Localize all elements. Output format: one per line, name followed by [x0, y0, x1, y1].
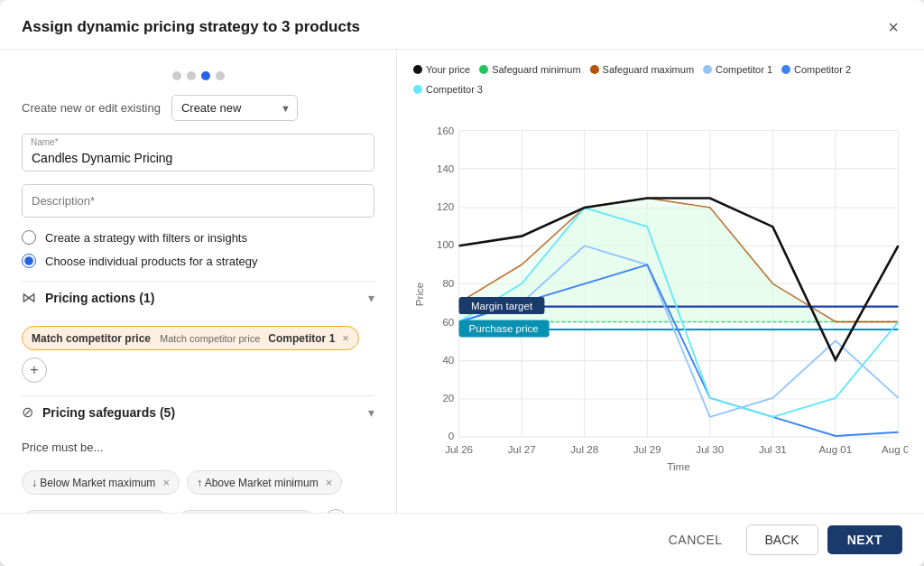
legend-competitor2: Competitor 2 — [781, 64, 851, 75]
radio-filters-label: Create a strategy with filters or insigh… — [45, 231, 247, 245]
svg-text:Aug 02: Aug 02 — [882, 444, 908, 455]
pricing-actions-icon: ⋈ — [22, 289, 36, 306]
svg-text:120: 120 — [437, 201, 454, 212]
svg-text:40: 40 — [442, 355, 454, 366]
pricing-actions-tags: Match competitor price Match competitor … — [22, 326, 374, 383]
create-edit-select-wrap: Create new ▼ — [171, 95, 298, 121]
match-tag-text-bold: Match competitor price — [32, 332, 151, 345]
radio-filters[interactable] — [22, 230, 36, 245]
svg-text:Jul 28: Jul 28 — [570, 444, 598, 455]
above-market-min-label: ↑ Above Market minimum — [197, 477, 319, 489]
dot-2 — [187, 71, 196, 80]
pricing-safeguards-title: Pricing safeguards (5) — [42, 405, 175, 420]
chart-container: 0 20 40 60 80 100 120 140 160 Jul 26 Jul… — [413, 102, 908, 506]
safeguards-icon: ⊘ — [22, 404, 33, 421]
create-edit-row: Create new or edit existing Create new ▼ — [22, 95, 374, 121]
match-tag-text-light: Match competitor price — [160, 333, 260, 344]
pricing-safeguards-chevron-icon: ▾ — [368, 405, 374, 420]
svg-text:Jul 29: Jul 29 — [633, 444, 661, 455]
above-market-min-tag: ↑ Above Market minimum × — [187, 470, 342, 495]
x-axis-labels: Jul 26 Jul 27 Jul 28 Jul 29 Jul 30 Jul 3… — [445, 444, 908, 455]
pricing-actions-header-left: ⋈ Pricing actions (1) — [22, 289, 154, 306]
radio-individual-label: Choose individual products for a strateg… — [45, 255, 258, 268]
match-competitor-tag: Match competitor price Match competitor … — [22, 326, 359, 350]
price-must-be-label: Price must be... — [22, 441, 374, 454]
safeguard-tags-row1: ↓ Below Market maximum × ↑ Above Market … — [22, 470, 374, 495]
svg-text:Aug 01: Aug 01 — [819, 444, 853, 455]
svg-text:60: 60 — [442, 317, 454, 328]
modal-footer: CANCEL BACK NEXT — [0, 513, 924, 566]
modal-title: Assign dynamic pricing strategy to 3 pro… — [22, 18, 360, 36]
competitor1-label: Competitor 1 — [716, 64, 772, 75]
legend-your-price: Your price — [413, 64, 470, 75]
svg-text:Jul 26: Jul 26 — [445, 444, 473, 455]
pricing-actions-chevron-icon: ▾ — [368, 291, 374, 305]
close-button[interactable]: × — [884, 16, 902, 38]
safeguard-min-label: Safeguard minimum — [492, 64, 580, 75]
competitor2-label: Competitor 2 — [794, 64, 851, 75]
x-axis-title: Time — [667, 461, 689, 472]
purchase-price-tooltip-label: Purchase price — [468, 323, 538, 334]
radio-individual[interactable] — [22, 254, 36, 268]
legend-competitor3: Competitor 3 — [413, 84, 483, 95]
modal: Assign dynamic pricing strategy to 3 pro… — [0, 0, 924, 566]
legend-safeguard-min: Safeguard minimum — [479, 64, 580, 75]
competitor3-dot — [413, 85, 422, 94]
chart-legend: Your price Safeguard minimum Safeguard m… — [413, 64, 908, 95]
pricing-actions-title: Pricing actions (1) — [45, 291, 154, 305]
svg-text:160: 160 — [437, 125, 454, 136]
competitor3-label: Competitor 3 — [426, 84, 483, 95]
svg-text:Jul 27: Jul 27 — [508, 444, 536, 455]
pricing-actions-section[interactable]: ⋈ Pricing actions (1) ▾ — [22, 281, 374, 313]
svg-text:20: 20 — [442, 393, 454, 404]
left-panel: Create new or edit existing Create new ▼… — [0, 50, 397, 513]
cancel-button[interactable]: CANCEL — [654, 525, 737, 554]
svg-text:Jul 31: Jul 31 — [759, 444, 787, 455]
create-edit-select[interactable]: Create new — [171, 95, 298, 121]
radio-item-filters[interactable]: Create a strategy with filters or insigh… — [22, 230, 374, 245]
create-edit-label: Create new or edit existing — [22, 101, 161, 115]
match-tag-competitor: Competitor 1 — [268, 332, 335, 345]
modal-header: Assign dynamic pricing strategy to 3 pro… — [0, 0, 924, 50]
svg-text:0: 0 — [448, 431, 454, 441]
remove-below-market-max-button[interactable]: × — [162, 476, 170, 489]
below-market-max-label: ↓ Below Market maximum — [32, 477, 155, 489]
svg-text:100: 100 — [437, 239, 454, 250]
remove-above-market-min-button[interactable]: × — [326, 476, 333, 489]
modal-body: Create new or edit existing Create new ▼… — [0, 50, 924, 513]
remove-match-tag-button[interactable]: × — [342, 331, 349, 345]
radio-item-individual[interactable]: Choose individual products for a strateg… — [22, 254, 374, 268]
add-pricing-action-button[interactable]: + — [22, 357, 47, 383]
description-input[interactable] — [22, 184, 374, 218]
dot-3 — [201, 71, 210, 80]
margin-target-tooltip-label: Margin target — [471, 301, 533, 311]
name-input[interactable] — [22, 134, 374, 172]
y-axis-title: Price — [414, 283, 425, 306]
competitor2-dot — [781, 65, 790, 74]
your-price-dot — [413, 65, 422, 74]
next-button[interactable]: NEXT — [827, 525, 902, 554]
competitor1-dot — [703, 65, 712, 74]
chart-svg: 0 20 40 60 80 100 120 140 160 Jul 26 Jul… — [413, 102, 908, 506]
below-market-max-tag: ↓ Below Market maximum × — [22, 470, 180, 495]
safeguard-min-dot — [479, 65, 488, 74]
svg-text:140: 140 — [437, 163, 454, 174]
legend-safeguard-max: Safeguard maximum — [590, 64, 695, 75]
safeguard-max-label: Safeguard maximum — [603, 64, 695, 75]
pricing-safeguards-section[interactable]: ⊘ Pricing safeguards (5) ▾ — [22, 395, 374, 428]
radio-group: Create a strategy with filters or insigh… — [22, 230, 374, 268]
dot-1 — [172, 71, 181, 80]
y-axis-labels: 0 20 40 60 80 100 120 140 160 — [437, 125, 454, 441]
back-button[interactable]: BACK — [746, 524, 818, 555]
your-price-label: Your price — [426, 64, 470, 75]
name-label: Name* — [31, 137, 59, 147]
stepper-dots — [22, 66, 374, 82]
legend-competitor1: Competitor 1 — [703, 64, 772, 75]
safeguard-max-dot — [590, 65, 599, 74]
pricing-safeguards-header-left: ⊘ Pricing safeguards (5) — [22, 404, 175, 421]
right-panel: Your price Safeguard minimum Safeguard m… — [397, 50, 924, 513]
name-field-wrap: Name* — [22, 134, 374, 172]
svg-text:Jul 30: Jul 30 — [696, 444, 724, 455]
dot-4 — [216, 71, 225, 80]
svg-text:80: 80 — [442, 278, 454, 289]
